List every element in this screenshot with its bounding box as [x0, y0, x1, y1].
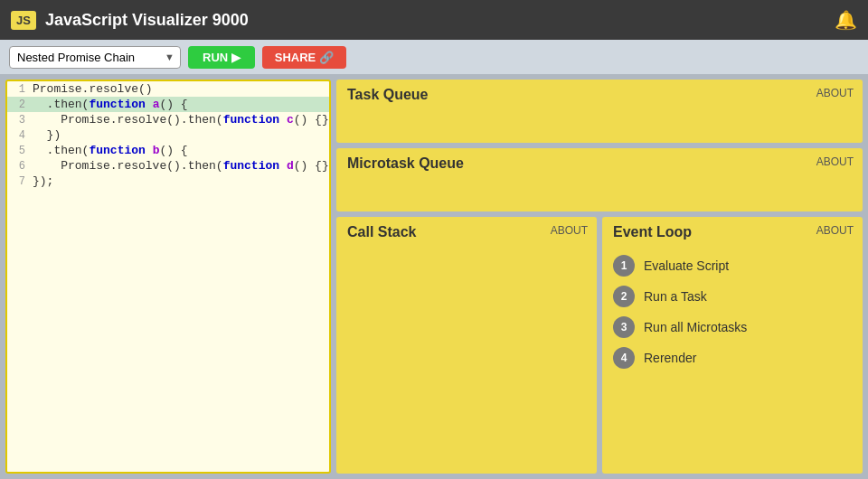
code-line-7: 7 });	[7, 174, 329, 189]
microtask-queue: Microtask Queue ABOUT	[336, 148, 863, 211]
line-number: 2	[7, 99, 33, 111]
line-content: });	[33, 174, 53, 188]
scenario-select[interactable]: Nested Promise Chain	[9, 46, 181, 69]
code-line-5: 5 .then(function b() {	[7, 143, 329, 158]
line-number: 7	[7, 175, 33, 188]
app-title: JavaScript Visualizer 9000	[45, 11, 827, 30]
event-loop-step-3: 3 Run all Microtasks	[613, 316, 852, 338]
code-editor[interactable]: 1 Promise.resolve() 2 .then(function a()…	[5, 80, 331, 474]
step-label-3: Run all Microtasks	[644, 320, 747, 334]
task-queue-about[interactable]: ABOUT	[816, 87, 854, 99]
event-loop-about[interactable]: ABOUT	[816, 224, 854, 237]
line-number: 3	[7, 114, 33, 127]
js-badge: JS	[11, 11, 36, 30]
share-button[interactable]: SHARE 🔗	[262, 46, 346, 69]
code-line-3: 3 Promise.resolve().then(function c() {}…	[7, 112, 329, 127]
step-circle-2: 2	[613, 286, 635, 307]
microtask-queue-about[interactable]: ABOUT	[816, 155, 854, 168]
line-content: .then(function a() {	[33, 98, 188, 111]
line-number: 1	[7, 83, 33, 96]
line-number: 6	[7, 160, 33, 173]
line-content: Promise.resolve().then(function d() {});	[33, 159, 331, 173]
code-line-2: 2 .then(function a() {	[7, 97, 329, 112]
bell-icon: 🔔	[835, 9, 857, 31]
event-loop-step-2: 2 Run a Task	[613, 286, 852, 307]
code-line-4: 4 })	[7, 127, 329, 143]
step-label-2: Run a Task	[644, 289, 707, 304]
call-stack-title: Call Stack	[347, 224, 416, 240]
event-loop-panel: Event Loop ABOUT 1 Evaluate Script 2 Run…	[602, 217, 863, 474]
step-label-4: Rerender	[644, 351, 696, 365]
microtask-queue-title: Microtask Queue	[347, 155, 464, 171]
run-button[interactable]: RUN ▶	[188, 46, 255, 69]
line-number: 5	[7, 145, 33, 157]
line-content: .then(function b() {	[33, 144, 188, 157]
step-circle-4: 4	[613, 347, 635, 369]
event-loop-step-1: 1 Evaluate Script	[613, 255, 852, 277]
line-content: Promise.resolve()	[33, 82, 153, 96]
main-layout: 1 Promise.resolve() 2 .then(function a()…	[0, 74, 868, 479]
line-content: Promise.resolve().then(function c() {});	[33, 113, 331, 127]
event-loop-step-4: 4 Rerender	[613, 347, 852, 369]
call-stack-panel: Call Stack ABOUT	[336, 217, 597, 474]
toolbar: Nested Promise Chain ▼ RUN ▶ SHARE 🔗	[0, 40, 868, 74]
right-panel: Task Queue ABOUT Microtask Queue ABOUT C…	[336, 74, 868, 479]
bottom-panels: Call Stack ABOUT Event Loop ABOUT 1 Eval…	[336, 217, 863, 474]
app-header: JS JavaScript Visualizer 9000 🔔	[0, 0, 868, 40]
task-queue: Task Queue ABOUT	[336, 80, 863, 143]
line-content: })	[33, 128, 61, 142]
step-circle-1: 1	[613, 255, 635, 277]
step-label-1: Evaluate Script	[644, 258, 729, 273]
event-loop-steps: 1 Evaluate Script 2 Run a Task 3 Run all…	[613, 255, 852, 369]
call-stack-about[interactable]: ABOUT	[551, 224, 588, 237]
code-line-6: 6 Promise.resolve().then(function d() {}…	[7, 158, 329, 174]
code-line-1: 1 Promise.resolve()	[7, 81, 329, 97]
task-queue-title: Task Queue	[347, 87, 429, 102]
event-loop-title: Event Loop	[613, 224, 692, 240]
step-circle-3: 3	[613, 316, 635, 338]
line-number: 4	[7, 129, 33, 142]
